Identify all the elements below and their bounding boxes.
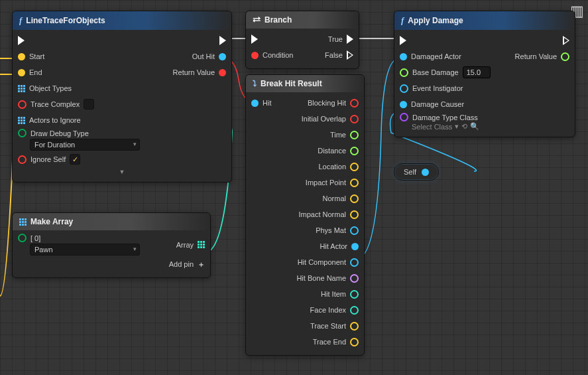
exec-out-pin[interactable] — [563, 35, 569, 46]
branch-icon: ⮂ — [253, 15, 261, 25]
tracestart-pin[interactable]: Trace Start — [310, 321, 359, 331]
true-pin[interactable]: True — [328, 34, 353, 44]
function-icon: f — [19, 15, 22, 26]
exec-in-pin[interactable] — [18, 35, 25, 46]
self-out-pin[interactable] — [422, 169, 429, 176]
node-breakhit[interactable]: ⤵Break Hit Result HitBlocking Hit Initia… — [245, 74, 365, 356]
traceend-pin[interactable]: Trace End — [313, 337, 359, 347]
node-applydamage[interactable]: fApply Damage Damaged ActorReturn Value … — [394, 11, 575, 137]
returnvalue-pin[interactable]: Return Value — [515, 52, 569, 62]
damagetype-select[interactable]: Select Class — [412, 123, 452, 131]
condition-pin[interactable]: Condition — [251, 50, 293, 60]
damagetype-reset-icon[interactable]: ⟲ — [461, 122, 467, 131]
initialoverlap-pin[interactable]: Initial Overlap — [302, 114, 359, 124]
array-item-select[interactable]: Pawn — [30, 244, 140, 256]
tracecomplex-pin[interactable]: Trace Complex — [18, 98, 94, 110]
drawdebug-pin[interactable]: Draw Debug TypeFor Duration — [18, 128, 140, 151]
damagedactor-pin[interactable]: Damaged Actor — [400, 52, 461, 61]
actorstoignore-pin[interactable]: Actors to Ignore — [18, 115, 81, 125]
node-title: LineTraceForObjects — [26, 16, 105, 25]
exec-in-pin[interactable] — [400, 35, 406, 46]
node-header: Make Array — [13, 213, 210, 230]
objecttypes-pin[interactable]: Object Types — [18, 84, 72, 93]
impactpoint-pin[interactable]: Impact Point — [306, 178, 359, 188]
hitbonename-pin[interactable]: Hit Bone Name — [296, 273, 359, 283]
node-makearray[interactable]: Make Array [ 0]Pawn Array Add pin＋ — [12, 212, 211, 278]
ignoreself-checkbox[interactable]: ✓ — [70, 154, 80, 165]
blockinghit-pin[interactable]: Blocking Hit — [308, 98, 359, 108]
array-icon — [19, 218, 27, 226]
eventinstigator-pin[interactable]: Event Instigator — [400, 84, 463, 94]
faceindex-pin[interactable]: Face Index — [310, 305, 359, 315]
end-pin[interactable]: End — [18, 68, 42, 77]
node-header: fLineTraceForObjects — [13, 11, 231, 30]
tracecomplex-checkbox[interactable] — [84, 99, 94, 110]
impactnormal-pin[interactable]: Impact Normal — [298, 210, 359, 220]
array-item-pin[interactable]: [ 0]Pawn — [18, 233, 140, 256]
exec-out-pin[interactable] — [219, 35, 226, 46]
break-icon: ⤵ — [253, 79, 257, 88]
node-header: ⮂Branch — [246, 11, 359, 29]
hitactor-pin[interactable]: Hit Actor — [320, 242, 359, 251]
self-label: Self — [404, 168, 416, 176]
node-self[interactable]: Self — [394, 163, 439, 181]
damagetype-pin[interactable]: Damage Type ClassSelect Class▾⟲🔍 — [400, 112, 479, 131]
node-title: Break Hit Result — [261, 79, 322, 88]
drawdebug-select[interactable]: For Duration — [30, 139, 140, 151]
node-title: Make Array — [30, 217, 73, 226]
expand-toggle[interactable]: ▼ — [18, 167, 226, 177]
basedamage-field[interactable]: 15.0 — [463, 66, 491, 78]
node-title: Apply Damage — [408, 16, 463, 25]
damagecauser-pin[interactable]: Damage Causer — [400, 100, 464, 109]
hitcomponent-pin[interactable]: Hit Component — [298, 258, 359, 267]
location-pin[interactable]: Location — [318, 162, 359, 172]
exec-in-pin[interactable] — [251, 34, 258, 44]
array-out-pin[interactable]: Array — [176, 240, 205, 250]
basedamage-pin[interactable]: Base Damage15.0 — [400, 66, 491, 79]
false-pin[interactable]: False — [325, 50, 353, 60]
node-header: fApply Damage — [394, 11, 575, 30]
outhit-pin[interactable]: Out Hit — [192, 52, 226, 61]
node-title: Branch — [265, 15, 292, 25]
node-linetrace[interactable]: fLineTraceForObjects StartOut Hit EndRet… — [12, 11, 232, 183]
distance-pin[interactable]: Distance — [318, 146, 359, 156]
hit-in-pin[interactable]: Hit — [251, 98, 271, 108]
function-icon: f — [401, 15, 404, 26]
start-pin[interactable]: Start — [18, 52, 44, 61]
normal-pin[interactable]: Normal — [323, 194, 359, 204]
time-pin[interactable]: Time — [330, 130, 359, 140]
returnvalue-pin[interactable]: Return Value — [173, 68, 226, 77]
damagetype-browse-icon[interactable]: 🔍 — [470, 122, 479, 131]
node-header: ⤵Break Hit Result — [246, 75, 364, 92]
addpin-button[interactable]: Add pin＋ — [169, 259, 205, 270]
ignoreself-pin[interactable]: Ignore Self✓ — [18, 153, 80, 165]
node-branch[interactable]: ⮂Branch True ConditionFalse — [245, 11, 359, 69]
physmat-pin[interactable]: Phys Mat — [316, 226, 359, 236]
hititem-pin[interactable]: Hit Item — [321, 289, 359, 299]
